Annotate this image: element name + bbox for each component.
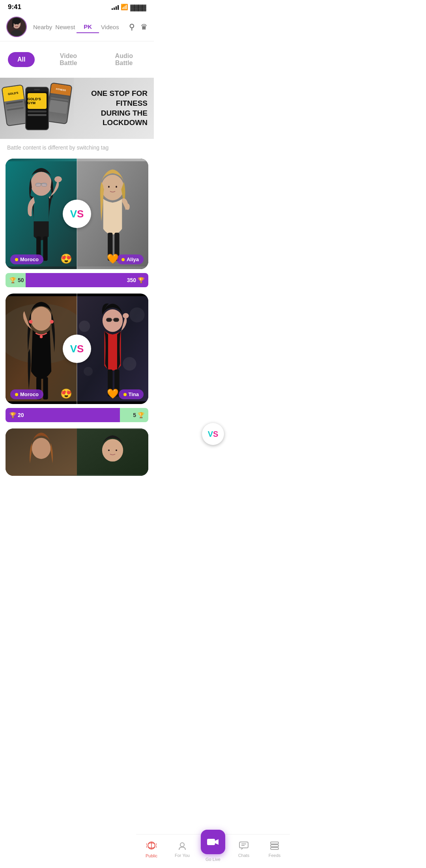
trophy-right-1: 🏆 (138, 277, 144, 283)
svg-point-37 (123, 313, 129, 318)
status-icons: 📶 ▓▓▓▓ (112, 4, 146, 11)
svg-point-29 (79, 321, 90, 332)
filter-row: All Video Battle Audio Battle (0, 41, 154, 78)
left-emoji-2: 😍 (60, 388, 72, 399)
tab-pk[interactable]: PK (77, 21, 99, 33)
vs-text-2: VS (70, 343, 84, 355)
switch-hint: Battle content is different by switching… (0, 139, 154, 155)
trophy-left-1: 🏆 (9, 277, 16, 283)
svg-point-6 (17, 23, 19, 25)
header-nav: Nearby Newest PK Videos ⚲ ♛ (0, 13, 154, 41)
svg-point-23 (40, 335, 43, 339)
svg-point-30 (129, 307, 144, 322)
battle-left-name-1: Moroco (10, 254, 43, 264)
battle-images-2: Moroco 😍 (6, 294, 148, 404)
status-time: 9:41 (8, 3, 21, 11)
live-dot-3 (15, 393, 18, 396)
svg-point-5 (15, 23, 16, 25)
tab-videos[interactable]: Videos (99, 21, 121, 33)
wifi-icon: 📶 (121, 4, 128, 11)
battle-card-3-partial: VS (6, 428, 148, 476)
phone-right: FITNESS (45, 82, 72, 125)
score-bar-2: 🏆 20 5 🏆 (6, 408, 148, 422)
vs-badge-1: VS (63, 200, 91, 228)
svg-point-31 (123, 357, 136, 370)
user-avatar[interactable] (6, 17, 27, 37)
svg-rect-34 (106, 318, 112, 322)
svg-rect-35 (113, 318, 119, 322)
left-emoji-1: 😍 (60, 253, 72, 264)
svg-point-17 (116, 186, 117, 188)
banner-title: ONE STOP FOR FITNESS DURING THE LOCKDOWN (80, 89, 148, 128)
battery-icon: ▓▓▓▓ (130, 4, 146, 11)
svg-point-15 (101, 175, 124, 200)
svg-point-9 (54, 176, 62, 182)
score-right-1: 350 🏆 (26, 273, 148, 287)
trophy-right-2: 🏆 (138, 412, 144, 418)
svg-point-32 (84, 367, 93, 376)
svg-point-16 (108, 186, 110, 188)
svg-rect-3 (12, 21, 14, 27)
svg-point-25 (50, 320, 54, 324)
battle-images-1: Moroco 😍 (6, 159, 148, 269)
promo-banner[interactable]: GOLD'S GOLD'S GYM FITN (0, 78, 154, 139)
battle-card-1[interactable]: Moroco 😍 (0, 159, 154, 287)
trophy-left-2: 🏆 (9, 412, 16, 418)
vs-text-1: VS (70, 208, 84, 220)
status-bar: 9:41 📶 ▓▓▓▓ (0, 0, 154, 13)
svg-rect-13 (43, 236, 47, 261)
svg-point-33 (103, 309, 123, 332)
score-bar-1: 🏆 50 350 🏆 (6, 273, 148, 287)
tab-newest[interactable]: Newest (54, 21, 77, 33)
svg-point-41 (32, 438, 51, 459)
right-emoji-1: 🧡 (107, 253, 119, 264)
svg-point-24 (29, 320, 33, 324)
banner-text: ONE STOP FOR FITNESS DURING THE LOCKDOWN (74, 89, 154, 128)
score-left-2: 🏆 20 (6, 408, 120, 422)
live-dot-1 (15, 258, 18, 261)
live-dot-4 (123, 393, 127, 396)
filter-all-button[interactable]: All (8, 52, 35, 67)
svg-point-45 (116, 449, 117, 451)
svg-point-22 (31, 307, 52, 331)
battle-left-name-2: Moroco (10, 389, 43, 399)
nav-tabs: Nearby Newest PK Videos (32, 21, 121, 33)
search-icon[interactable]: ⚲ (129, 22, 135, 32)
battle-right-name-2: Tina (119, 389, 144, 399)
crown-icon[interactable]: ♛ (140, 22, 148, 32)
score-left-1: 🏆 50 (6, 273, 26, 287)
filter-audio-battle-button[interactable]: Audio Battle (102, 49, 146, 71)
svg-rect-11 (41, 183, 47, 187)
battle-right-name-1: Aliya (117, 254, 144, 264)
vs-badge-2: VS (63, 335, 91, 363)
signal-icon (112, 4, 119, 10)
phone-left: GOLD'S (1, 84, 28, 127)
battle-card-2[interactable]: Moroco 😍 (0, 294, 154, 422)
svg-rect-27 (43, 377, 48, 399)
score-right-2: 5 🏆 (120, 408, 148, 422)
live-dot-2 (121, 258, 125, 261)
banner-phones: GOLD'S GOLD'S GYM FITN (0, 78, 74, 139)
svg-rect-10 (36, 183, 41, 187)
filter-video-battle-button[interactable]: Video Battle (47, 49, 90, 71)
tab-nearby[interactable]: Nearby (32, 21, 54, 33)
right-emoji-2: 🧡 (107, 388, 119, 399)
svg-point-44 (108, 449, 110, 451)
nav-action-icons: ⚲ ♛ (129, 22, 148, 32)
phone-center: GOLD'S GYM (25, 87, 49, 130)
svg-point-43 (102, 439, 123, 462)
